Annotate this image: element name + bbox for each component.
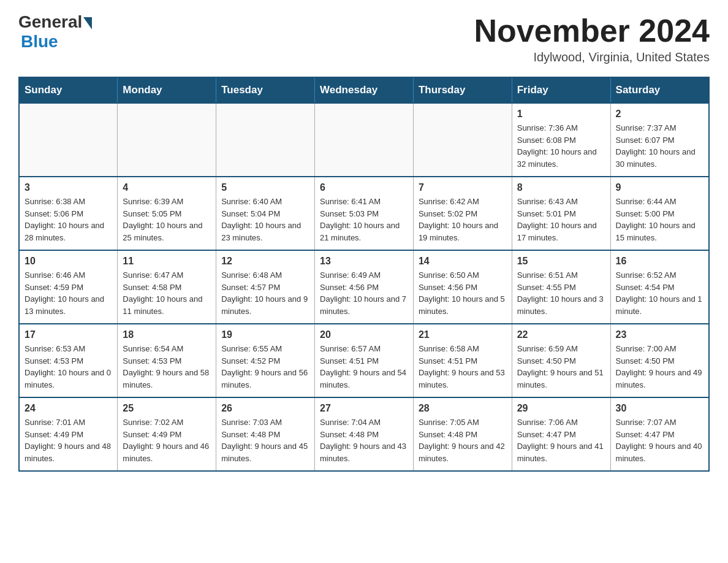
day-of-week-header: Tuesday bbox=[216, 77, 315, 103]
calendar-cell: 19Sunrise: 6:55 AM Sunset: 4:52 PM Dayli… bbox=[216, 324, 315, 397]
day-number: 27 bbox=[320, 403, 408, 414]
calendar-cell: 9Sunrise: 6:44 AM Sunset: 5:00 PM Daylig… bbox=[610, 177, 709, 250]
logo: General Blue bbox=[18, 12, 92, 52]
day-of-week-header: Friday bbox=[512, 77, 610, 103]
month-title: November 2024 bbox=[474, 12, 710, 49]
calendar-cell: 7Sunrise: 6:42 AM Sunset: 5:02 PM Daylig… bbox=[413, 177, 512, 250]
calendar-week-row: 24Sunrise: 7:01 AM Sunset: 4:49 PM Dayli… bbox=[19, 397, 709, 471]
day-info: Sunrise: 7:03 AM Sunset: 4:48 PM Dayligh… bbox=[221, 416, 309, 464]
day-number: 5 bbox=[221, 182, 309, 193]
day-number: 8 bbox=[517, 182, 605, 193]
calendar-cell: 30Sunrise: 7:07 AM Sunset: 4:47 PM Dayli… bbox=[610, 397, 709, 471]
day-of-week-header: Thursday bbox=[413, 77, 512, 103]
calendar-cell: 23Sunrise: 7:00 AM Sunset: 4:50 PM Dayli… bbox=[610, 324, 709, 397]
logo-arrow-icon bbox=[83, 17, 92, 29]
calendar-cell: 16Sunrise: 6:52 AM Sunset: 4:54 PM Dayli… bbox=[610, 250, 709, 324]
day-number: 13 bbox=[320, 256, 408, 267]
day-info: Sunrise: 7:05 AM Sunset: 4:48 PM Dayligh… bbox=[419, 416, 507, 464]
title-section: November 2024 Idylwood, Virginia, United… bbox=[474, 12, 710, 64]
calendar-cell: 8Sunrise: 6:43 AM Sunset: 5:01 PM Daylig… bbox=[512, 177, 610, 250]
day-number: 20 bbox=[320, 329, 408, 340]
calendar-cell: 18Sunrise: 6:54 AM Sunset: 4:53 PM Dayli… bbox=[118, 324, 216, 397]
day-number: 2 bbox=[616, 109, 703, 120]
day-number: 30 bbox=[616, 403, 703, 414]
logo-general-text: General bbox=[18, 12, 82, 32]
calendar-cell: 4Sunrise: 6:39 AM Sunset: 5:05 PM Daylig… bbox=[118, 177, 216, 250]
calendar-cell: 10Sunrise: 6:46 AM Sunset: 4:59 PM Dayli… bbox=[19, 250, 118, 324]
day-number: 16 bbox=[616, 256, 703, 267]
day-number: 12 bbox=[221, 256, 309, 267]
day-info: Sunrise: 6:51 AM Sunset: 4:55 PM Dayligh… bbox=[517, 269, 605, 317]
day-number: 11 bbox=[123, 256, 211, 267]
calendar-cell: 29Sunrise: 7:06 AM Sunset: 4:47 PM Dayli… bbox=[512, 397, 610, 471]
day-info: Sunrise: 6:49 AM Sunset: 4:56 PM Dayligh… bbox=[320, 269, 408, 317]
day-number: 10 bbox=[25, 256, 112, 267]
day-info: Sunrise: 7:02 AM Sunset: 4:49 PM Dayligh… bbox=[123, 416, 211, 464]
day-number: 26 bbox=[221, 403, 309, 414]
calendar-cell: 13Sunrise: 6:49 AM Sunset: 4:56 PM Dayli… bbox=[315, 250, 414, 324]
day-info: Sunrise: 7:07 AM Sunset: 4:47 PM Dayligh… bbox=[616, 416, 703, 464]
day-info: Sunrise: 7:36 AM Sunset: 6:08 PM Dayligh… bbox=[517, 122, 605, 170]
day-info: Sunrise: 6:39 AM Sunset: 5:05 PM Dayligh… bbox=[123, 196, 211, 243]
day-number: 25 bbox=[123, 403, 211, 414]
day-info: Sunrise: 6:53 AM Sunset: 4:53 PM Dayligh… bbox=[25, 343, 112, 391]
day-info: Sunrise: 6:42 AM Sunset: 5:02 PM Dayligh… bbox=[419, 196, 507, 243]
logo-blue-text: Blue bbox=[21, 32, 58, 52]
day-number: 17 bbox=[25, 329, 112, 340]
day-number: 22 bbox=[517, 329, 605, 340]
calendar-week-row: 17Sunrise: 6:53 AM Sunset: 4:53 PM Dayli… bbox=[19, 324, 709, 397]
day-info: Sunrise: 7:06 AM Sunset: 4:47 PM Dayligh… bbox=[517, 416, 605, 464]
calendar-cell: 28Sunrise: 7:05 AM Sunset: 4:48 PM Dayli… bbox=[413, 397, 512, 471]
calendar-week-row: 10Sunrise: 6:46 AM Sunset: 4:59 PM Dayli… bbox=[19, 250, 709, 324]
day-info: Sunrise: 7:01 AM Sunset: 4:49 PM Dayligh… bbox=[25, 416, 112, 464]
day-number: 4 bbox=[123, 182, 211, 193]
calendar-cell: 5Sunrise: 6:40 AM Sunset: 5:04 PM Daylig… bbox=[216, 177, 315, 250]
calendar-cell: 15Sunrise: 6:51 AM Sunset: 4:55 PM Dayli… bbox=[512, 250, 610, 324]
day-number: 18 bbox=[123, 329, 211, 340]
day-number: 9 bbox=[616, 182, 703, 193]
day-number: 7 bbox=[419, 182, 507, 193]
day-info: Sunrise: 6:57 AM Sunset: 4:51 PM Dayligh… bbox=[320, 343, 408, 391]
day-number: 24 bbox=[25, 403, 112, 414]
page-header: General Blue November 2024 Idylwood, Vir… bbox=[18, 12, 710, 64]
day-info: Sunrise: 6:40 AM Sunset: 5:04 PM Dayligh… bbox=[221, 196, 309, 243]
calendar-week-row: 3Sunrise: 6:38 AM Sunset: 5:06 PM Daylig… bbox=[19, 177, 709, 250]
day-of-week-header: Saturday bbox=[610, 77, 709, 103]
day-number: 14 bbox=[419, 256, 507, 267]
day-info: Sunrise: 6:50 AM Sunset: 4:56 PM Dayligh… bbox=[419, 269, 507, 317]
day-info: Sunrise: 6:52 AM Sunset: 4:54 PM Dayligh… bbox=[616, 269, 703, 317]
calendar-cell: 24Sunrise: 7:01 AM Sunset: 4:49 PM Dayli… bbox=[19, 397, 118, 471]
day-info: Sunrise: 6:55 AM Sunset: 4:52 PM Dayligh… bbox=[221, 343, 309, 391]
calendar-cell: 26Sunrise: 7:03 AM Sunset: 4:48 PM Dayli… bbox=[216, 397, 315, 471]
day-info: Sunrise: 6:43 AM Sunset: 5:01 PM Dayligh… bbox=[517, 196, 605, 243]
day-number: 3 bbox=[25, 182, 112, 193]
day-info: Sunrise: 6:59 AM Sunset: 4:50 PM Dayligh… bbox=[517, 343, 605, 391]
calendar-header-row: SundayMondayTuesdayWednesdayThursdayFrid… bbox=[19, 77, 709, 103]
day-number: 28 bbox=[419, 403, 507, 414]
calendar-cell: 20Sunrise: 6:57 AM Sunset: 4:51 PM Dayli… bbox=[315, 324, 414, 397]
day-info: Sunrise: 6:58 AM Sunset: 4:51 PM Dayligh… bbox=[419, 343, 507, 391]
day-info: Sunrise: 7:37 AM Sunset: 6:07 PM Dayligh… bbox=[616, 122, 703, 170]
calendar-cell bbox=[19, 103, 118, 177]
calendar-cell bbox=[413, 103, 512, 177]
calendar-cell: 11Sunrise: 6:47 AM Sunset: 4:58 PM Dayli… bbox=[118, 250, 216, 324]
location-text: Idylwood, Virginia, United States bbox=[474, 50, 710, 64]
day-number: 19 bbox=[221, 329, 309, 340]
day-of-week-header: Wednesday bbox=[315, 77, 414, 103]
day-number: 15 bbox=[517, 256, 605, 267]
calendar-cell: 2Sunrise: 7:37 AM Sunset: 6:07 PM Daylig… bbox=[610, 103, 709, 177]
day-info: Sunrise: 6:38 AM Sunset: 5:06 PM Dayligh… bbox=[25, 196, 112, 243]
calendar-cell: 22Sunrise: 6:59 AM Sunset: 4:50 PM Dayli… bbox=[512, 324, 610, 397]
calendar-cell: 1Sunrise: 7:36 AM Sunset: 6:08 PM Daylig… bbox=[512, 103, 610, 177]
calendar-cell: 14Sunrise: 6:50 AM Sunset: 4:56 PM Dayli… bbox=[413, 250, 512, 324]
calendar-cell: 21Sunrise: 6:58 AM Sunset: 4:51 PM Dayli… bbox=[413, 324, 512, 397]
calendar-cell: 27Sunrise: 7:04 AM Sunset: 4:48 PM Dayli… bbox=[315, 397, 414, 471]
calendar-cell: 12Sunrise: 6:48 AM Sunset: 4:57 PM Dayli… bbox=[216, 250, 315, 324]
day-info: Sunrise: 6:48 AM Sunset: 4:57 PM Dayligh… bbox=[221, 269, 309, 317]
calendar-cell: 17Sunrise: 6:53 AM Sunset: 4:53 PM Dayli… bbox=[19, 324, 118, 397]
day-of-week-header: Monday bbox=[118, 77, 216, 103]
calendar-cell: 25Sunrise: 7:02 AM Sunset: 4:49 PM Dayli… bbox=[118, 397, 216, 471]
day-number: 21 bbox=[419, 329, 507, 340]
day-number: 6 bbox=[320, 182, 408, 193]
day-number: 23 bbox=[616, 329, 703, 340]
